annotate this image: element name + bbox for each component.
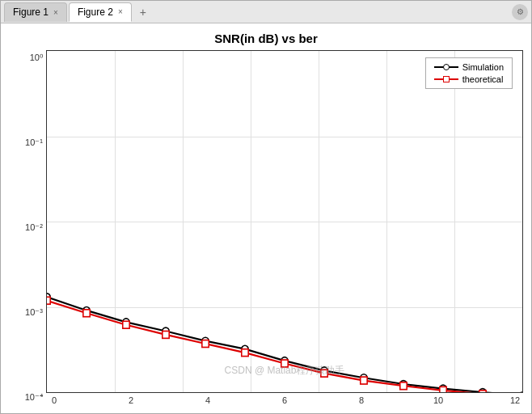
y-label-4: 10⁻⁴: [25, 393, 43, 402]
y-axis-labels: 10⁰ 10⁻¹ 10⁻² 10⁻³ 10⁻⁴: [9, 50, 46, 405]
svg-rect-13: [47, 297, 50, 304]
legend-marker-circle: [443, 64, 450, 70]
chart-legend: Simulation theoretical: [425, 57, 513, 89]
svg-rect-20: [321, 370, 327, 377]
y-label-3: 10⁻³: [25, 308, 43, 317]
chart-svg: [47, 51, 522, 392]
legend-line-theoretical: [434, 78, 458, 80]
svg-rect-15: [123, 321, 129, 328]
svg-rect-23: [440, 387, 446, 392]
tab-figure1[interactable]: Figure 1 ×: [4, 2, 67, 22]
y-label-0: 10⁰: [30, 53, 43, 62]
y-label-1: 10⁻¹: [25, 138, 43, 147]
theoretical-markers: [47, 297, 522, 392]
x-label-0: 0: [46, 395, 62, 405]
chart-title: SNR(in dB) vs ber: [9, 32, 523, 45]
svg-rect-22: [400, 382, 407, 390]
tab-figure1-label: Figure 1: [13, 6, 49, 18]
matlab-figure-window: Figure 1 × Figure 2 × + ⚙ SNR(in dB) vs …: [0, 0, 532, 414]
svg-rect-17: [202, 340, 209, 348]
tab-add-button[interactable]: +: [133, 4, 153, 20]
plot-and-x: Simulation theoretical CSDN @ Matlab程序猿助…: [46, 50, 523, 405]
chart-area: 10⁰ 10⁻¹ 10⁻² 10⁻³ 10⁻⁴: [9, 50, 523, 405]
chart-container: SNR(in dB) vs ber 10⁰ 10⁻¹ 10⁻² 10⁻³ 10⁻…: [1, 23, 531, 413]
simulation-polyline: [47, 297, 522, 392]
simulation-markers: [47, 294, 522, 392]
x-label-6: 6: [277, 395, 293, 405]
svg-rect-16: [163, 331, 169, 338]
x-axis-labels: 0 2 4 6 8 10 12: [46, 393, 523, 405]
gear-icon: ⚙: [517, 7, 524, 16]
tab-bar: Figure 1 × Figure 2 × + ⚙: [1, 1, 531, 23]
legend-line-simulation: [434, 66, 458, 68]
plot-frame: Simulation theoretical CSDN @ Matlab程序猿助…: [46, 50, 523, 393]
tab-figure2-label: Figure 2: [78, 6, 113, 18]
svg-rect-18: [242, 349, 248, 357]
tab-figure2[interactable]: Figure 2 ×: [69, 2, 132, 22]
legend-label-theoretical: theoretical: [462, 74, 504, 84]
legend-marker-square: [443, 76, 450, 82]
x-label-10: 10: [430, 395, 446, 405]
tab-figure2-close[interactable]: ×: [118, 7, 123, 16]
y-label-2: 10⁻²: [25, 223, 43, 232]
legend-item-theoretical: theoretical: [434, 74, 504, 84]
svg-rect-14: [83, 310, 90, 317]
legend-item-simulation: Simulation: [434, 62, 504, 72]
theoretical-polyline: [47, 301, 522, 392]
tab-figure1-close[interactable]: ×: [53, 8, 58, 17]
x-label-2: 2: [123, 395, 139, 405]
svg-rect-19: [281, 360, 288, 367]
svg-rect-21: [361, 377, 367, 384]
svg-rect-24: [479, 391, 486, 392]
x-label-4: 4: [200, 395, 216, 405]
x-label-8: 8: [353, 395, 369, 405]
legend-label-simulation: Simulation: [462, 62, 504, 72]
settings-button[interactable]: ⚙: [512, 4, 528, 20]
x-label-12: 12: [507, 395, 523, 405]
